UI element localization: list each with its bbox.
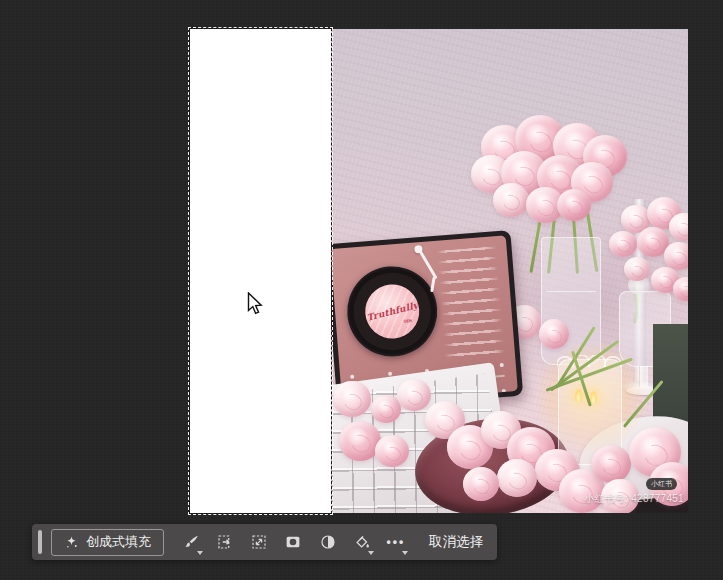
- song-subtitle: DEB: [403, 318, 412, 324]
- vinyl-record: Truthfully DEB: [344, 263, 441, 360]
- flower: [497, 459, 537, 497]
- more-options-icon: •••: [387, 535, 406, 549]
- deselect-button[interactable]: 取消选择: [423, 533, 497, 551]
- flower: [375, 435, 409, 467]
- flower: [591, 445, 631, 483]
- modify-selection-button[interactable]: [208, 527, 242, 557]
- chevron-down-icon: [402, 551, 408, 555]
- flower: [493, 183, 529, 217]
- generative-fill-label: 创成式填充: [86, 533, 151, 551]
- mask-button[interactable]: [276, 527, 310, 557]
- flower: [624, 257, 650, 281]
- lyrics-panel: [437, 246, 506, 364]
- arrow-cursor: [247, 292, 263, 316]
- flower: [333, 381, 371, 417]
- watermark-id: 小红书号: 428777451: [584, 492, 684, 506]
- tonearm-head: [430, 277, 435, 292]
- contextual-taskbar: 创成式填充: [32, 524, 497, 560]
- invert-icon: [319, 533, 337, 551]
- photoshop-workspace: { "window": { "background_color": "#2626…: [0, 0, 723, 580]
- chevron-down-icon: [197, 551, 203, 555]
- brush-icon: [182, 533, 200, 551]
- album-art: Truthfully DEB: [363, 282, 421, 340]
- fill-button[interactable]: [345, 527, 379, 557]
- sparkle-icon: [64, 535, 79, 550]
- taskbar-drag-handle[interactable]: [38, 530, 42, 554]
- brush-tool-button[interactable]: [174, 527, 208, 557]
- active-selection-region[interactable]: [190, 29, 331, 513]
- generative-fill-button[interactable]: 创成式填充: [51, 529, 164, 556]
- queue-icon: [502, 389, 506, 393]
- flower: [557, 189, 591, 221]
- selection-arrow-icon: [216, 533, 234, 551]
- mask-icon: [284, 533, 302, 551]
- transform-selection-button[interactable]: [242, 527, 276, 557]
- flower: [609, 231, 637, 257]
- more-options-button[interactable]: •••: [379, 527, 413, 557]
- flower: [463, 467, 499, 501]
- flower: [664, 242, 688, 270]
- candle-flame: [575, 389, 582, 402]
- xiaohongshu-badge: 小红书: [646, 478, 677, 490]
- tonearm: [419, 250, 437, 279]
- flower-bud: [539, 319, 569, 349]
- chevron-down-icon: [368, 551, 374, 555]
- transform-selection-icon: [250, 533, 268, 551]
- flower: [397, 379, 431, 411]
- paint-bucket-icon: [353, 533, 371, 551]
- photo-canvas[interactable]: Truthfully DEB: [331, 29, 688, 513]
- flower: [371, 395, 401, 423]
- candle-flame: [590, 391, 597, 404]
- invert-button[interactable]: [311, 527, 345, 557]
